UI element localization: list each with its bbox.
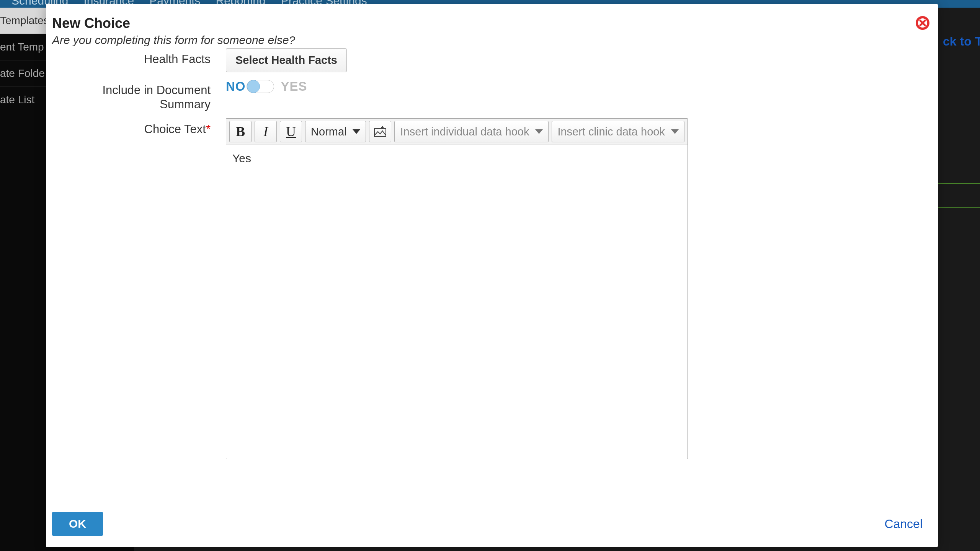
close-button[interactable]	[915, 15, 930, 31]
modal-title: New Choice	[50, 11, 934, 33]
toggle-knob	[247, 80, 260, 93]
toggle-no-label: NO	[226, 79, 246, 94]
include-summary-toggle[interactable]	[247, 80, 274, 93]
modal-footer: OK Cancel	[50, 508, 934, 540]
new-choice-modal: New Choice Are you completing this form …	[46, 4, 938, 547]
insert-image-button[interactable]	[369, 121, 391, 142]
editor-textarea[interactable]: Yes	[226, 145, 688, 459]
chevron-down-icon	[353, 129, 360, 134]
individual-data-hook-select[interactable]: Insert individual data hook	[394, 121, 549, 142]
italic-button[interactable]: I	[255, 121, 277, 142]
chevron-down-icon	[535, 129, 543, 134]
format-select[interactable]: Normal	[305, 121, 366, 142]
required-indicator: *	[206, 122, 211, 136]
cancel-button[interactable]: Cancel	[884, 517, 923, 531]
decorative-line	[938, 183, 980, 184]
include-summary-label: Include in Document Summary	[50, 79, 226, 111]
individual-hook-label: Insert individual data hook	[400, 126, 529, 138]
chevron-down-icon	[671, 129, 679, 134]
format-select-label: Normal	[311, 126, 346, 138]
ok-button[interactable]: OK	[52, 512, 103, 536]
clinic-data-hook-select[interactable]: Insert clinic data hook	[552, 121, 684, 142]
image-icon	[374, 126, 386, 137]
close-icon	[915, 15, 930, 31]
clinic-hook-label: Insert clinic data hook	[557, 126, 665, 138]
select-health-facts-button[interactable]: Select Health Facts	[226, 48, 347, 72]
choice-text-label: Choice Text*	[50, 118, 226, 136]
rich-text-editor: B I U Normal Inse	[226, 118, 688, 459]
decorative-line	[938, 207, 980, 208]
toggle-yes-label: YES	[281, 79, 307, 94]
bold-button[interactable]: B	[229, 121, 252, 142]
back-to-templates-link: ck to Tem	[943, 34, 980, 49]
underline-button[interactable]: U	[280, 121, 302, 142]
health-facts-label: Health Facts	[50, 48, 226, 66]
editor-toolbar: B I U Normal Inse	[226, 119, 688, 145]
